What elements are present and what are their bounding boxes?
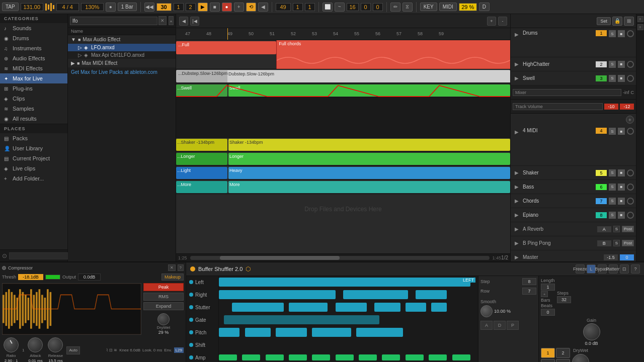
clip-right-1[interactable] — [219, 290, 336, 299]
track-4-rec[interactable] — [627, 128, 634, 135]
dot-left[interactable] — [189, 280, 193, 284]
arr-zoom-in[interactable]: + — [487, 17, 496, 26]
clip-longer-1[interactable]: ...Longer — [176, 153, 227, 165]
send-a-post[interactable]: Post — [622, 226, 634, 232]
send-b-post[interactable]: Post — [622, 240, 634, 246]
search-clear-button[interactable]: ✕ — [158, 16, 167, 25]
p-btn[interactable]: P — [507, 321, 519, 330]
clip-shaker-1[interactable]: ...Shaker -134bpm — [176, 139, 227, 151]
edge-btn-1[interactable]: ≡ — [637, 16, 643, 22]
sidebar-item-plugins[interactable]: ⊞ Plug-ins — [0, 83, 67, 94]
track-3-rec[interactable] — [627, 75, 634, 82]
met-num[interactable]: 16 — [347, 3, 359, 11]
send-b-s[interactable]: S — [613, 240, 620, 246]
arrangement-scrollbar[interactable]: 1:25 1:45 1/2 — [176, 253, 510, 261]
track-3-s[interactable]: S — [609, 75, 616, 82]
buf-close[interactable]: ⊡ — [620, 264, 629, 274]
track-7-r[interactable]: ■ — [618, 198, 625, 205]
stop-button[interactable]: ■ — [210, 3, 220, 12]
buffer-bypass-btn[interactable]: Bypass — [598, 264, 607, 274]
ratio-knob[interactable] — [4, 337, 19, 352]
track-8-play[interactable]: ▶ — [513, 211, 521, 219]
sidebar-item-max-for-live[interactable]: ✦ Max for Live — [0, 73, 67, 83]
send-a-s[interactable]: S — [613, 226, 620, 232]
clip-amp-10[interactable] — [429, 354, 447, 360]
met-beat[interactable]: 0 — [361, 3, 371, 11]
clip-shaker-2[interactable]: Shaker -134bpm — [228, 139, 510, 151]
clip-pitch-4[interactable] — [312, 328, 351, 337]
clip-amp-9[interactable] — [406, 354, 424, 360]
bar-mode-btn[interactable]: 1 Bar — [118, 3, 137, 11]
track-3-play[interactable]: ▶ — [513, 74, 521, 82]
track-4-r[interactable]: ■ — [618, 128, 625, 135]
master-val[interactable]: -1.5 — [604, 254, 618, 260]
comp-power[interactable] — [2, 266, 6, 270]
track-6-r[interactable]: ■ — [618, 184, 625, 191]
dot-shift[interactable] — [189, 343, 193, 347]
clip-light-1[interactable]: ...Light — [176, 167, 227, 179]
track-5-rec[interactable] — [627, 169, 634, 176]
time-sig-display[interactable]: 4 / 4 — [56, 3, 79, 11]
master-play[interactable]: ▶ — [513, 253, 521, 261]
beats-val[interactable]: 0 — [541, 309, 555, 316]
drywet-knob[interactable] — [157, 313, 170, 325]
mixer-settings-btn[interactable]: ⊞ — [624, 17, 634, 26]
send-a-play[interactable]: ▶ — [513, 225, 521, 233]
clip-amp-11[interactable] — [452, 354, 470, 360]
record-button[interactable]: ● — [222, 3, 232, 12]
mixer-lock-btn[interactable]: 🔒 — [612, 17, 622, 26]
sidebar-item-add-folder[interactable]: + Add Folder... — [0, 173, 67, 184]
track-1-r[interactable]: ■ — [618, 30, 625, 37]
browser-section-audio-effect[interactable]: ▼ ■ Max Audio Effect — [68, 35, 176, 44]
sidebar-item-clips[interactable]: ◈ Clips — [0, 94, 67, 104]
clip-right-3[interactable] — [416, 290, 447, 299]
arr-ctrl-1[interactable]: ◀ — [179, 17, 188, 26]
loop-region-btn[interactable]: ⬜ — [323, 3, 333, 12]
follow-btn[interactable]: ~ — [335, 3, 345, 12]
comp-settings[interactable]: ? — [178, 264, 184, 271]
edge-btn-2[interactable]: ≡ — [637, 24, 643, 30]
pos2-bar[interactable]: 49 — [276, 3, 291, 11]
browser-section-midi-effect[interactable]: ▶ ■ Max MIDI Effect — [68, 59, 176, 67]
l29-val[interactable]: L29 — [174, 347, 184, 353]
dot-amp[interactable] — [189, 355, 193, 359]
d-button[interactable]: D — [479, 3, 490, 11]
makeup-btn[interactable]: Makeup — [162, 274, 184, 281]
midi-button[interactable]: MIDI — [439, 3, 457, 11]
set-button[interactable]: Set — [597, 17, 611, 25]
clip-heavy-2[interactable]: Heavy — [228, 167, 510, 179]
clip-stutter-5[interactable] — [406, 303, 426, 312]
clip-stutter-1[interactable] — [232, 303, 284, 312]
loop-mode-btn[interactable]: ● — [106, 3, 116, 12]
clip-more-1[interactable]: ...More — [176, 181, 227, 193]
buffer-freeze-btn[interactable]: Freeze — [576, 264, 585, 274]
clip-left-1[interactable] — [219, 278, 470, 287]
pos2-beat[interactable]: 1 — [293, 3, 303, 11]
sidebar-item-packs[interactable]: ▤ Packs — [0, 133, 67, 143]
length-plus-btn[interactable]: + — [541, 291, 548, 297]
a-btn[interactable]: A — [480, 321, 493, 330]
clip-amp-4[interactable] — [289, 354, 307, 360]
track-1-rec[interactable] — [627, 30, 634, 37]
clip-amp-8[interactable] — [382, 354, 400, 360]
clip-amp-6[interactable] — [336, 354, 354, 360]
num-3[interactable]: 3 — [541, 359, 555, 362]
track-2-rec[interactable] — [627, 61, 634, 68]
out-val[interactable]: 0.0dB — [78, 274, 101, 281]
comp-close[interactable]: ✕ — [168, 264, 176, 271]
clip-stutter-3[interactable] — [336, 303, 367, 312]
send-a-val[interactable]: A — [597, 226, 611, 232]
bpm-display[interactable]: 131.00 — [21, 3, 43, 11]
browser-scroll-up[interactable]: ▲ — [169, 16, 174, 25]
pos-beat[interactable]: 1 — [174, 3, 184, 11]
sidebar-item-sounds[interactable]: ♪ Sounds — [0, 23, 67, 33]
clip-pitch-5[interactable] — [356, 328, 403, 337]
pos-sub[interactable]: 2 — [186, 3, 196, 11]
peak-btn[interactable]: Peak — [143, 283, 184, 291]
clip-stutter-2[interactable] — [289, 303, 328, 312]
vol-minus10[interactable]: -10 — [604, 104, 618, 110]
clip-amp-1[interactable] — [219, 354, 237, 360]
track-6-s[interactable]: S — [609, 184, 616, 191]
clip-amp-3[interactable] — [266, 354, 284, 360]
send-b-val[interactable]: B — [597, 240, 611, 246]
